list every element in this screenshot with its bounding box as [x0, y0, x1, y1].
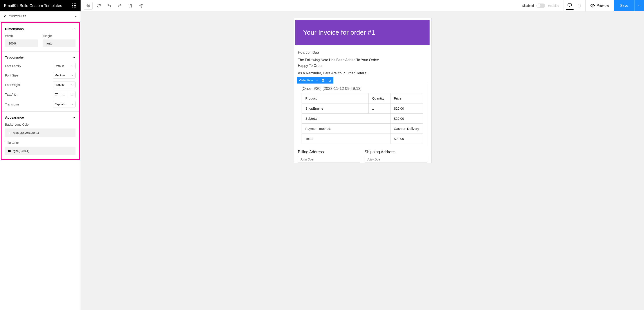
- transform-select[interactable]: Capitaliz: [53, 101, 76, 107]
- chevron-down-icon: [71, 74, 74, 77]
- preview-button[interactable]: Preview: [586, 0, 614, 11]
- width-label: Width: [5, 34, 38, 38]
- dimensions-header[interactable]: Dimensions: [5, 27, 76, 31]
- block-toolbar: Order Item: [297, 77, 334, 83]
- chevron-up-icon: [73, 56, 76, 59]
- appearance-section: Appearance Background Color rgba(255,255…: [2, 112, 79, 159]
- col-quantity: Quantity: [368, 93, 390, 103]
- col-price: Price: [390, 93, 423, 103]
- desktop-device-button[interactable]: [566, 2, 574, 10]
- typography-header[interactable]: Typography: [5, 55, 76, 59]
- invoice-hero[interactable]: Your Invoice for order #1: [295, 20, 430, 45]
- title-color-input[interactable]: rgba(0,0,0,1): [5, 147, 76, 155]
- chevron-down-icon: [71, 83, 74, 86]
- font-family-label: Font Family: [5, 64, 21, 68]
- chevron-down-icon: [71, 103, 74, 106]
- svg-rect-0: [568, 4, 571, 6]
- topbar: [/] Disabled Enabled: [81, 0, 644, 11]
- shipping-address-block[interactable]: Shipping Address John Doe: [364, 150, 427, 163]
- main: [/] Disabled Enabled: [81, 0, 644, 310]
- appearance-header[interactable]: Appearance: [5, 116, 76, 119]
- align-left-button[interactable]: [53, 91, 60, 98]
- send-icon[interactable]: [136, 2, 145, 10]
- enabled-toggle-block: Disabled Enabled: [518, 0, 563, 11]
- note-line: The Following Note Has Been Added To You…: [298, 58, 427, 62]
- svg-point-5: [592, 5, 593, 6]
- table-header-row: Product Quantity Price: [302, 93, 423, 103]
- font-size-label: Font Size: [5, 74, 18, 77]
- transform-label: Transform: [5, 103, 19, 106]
- svg-rect-8: [329, 80, 330, 81]
- address-row: Billing Address John Doe Shipping Addres…: [294, 147, 431, 163]
- order-item-block[interactable]: [Order #20] [2023-11-12 09:49:13] Produc…: [298, 83, 427, 147]
- table-row: Payment method: Cash on Delivery: [302, 124, 423, 134]
- undo-icon[interactable]: [105, 2, 114, 10]
- col-product: Product: [302, 93, 368, 103]
- duplicate-block-button[interactable]: [327, 78, 331, 82]
- title-color-swatch: [8, 150, 11, 152]
- wordpress-icon[interactable]: [84, 2, 93, 10]
- app-title: EmailKit Build Custom Templates: [4, 3, 62, 8]
- font-weight-select[interactable]: Regular: [53, 81, 76, 88]
- save-dropdown-button[interactable]: [634, 0, 644, 11]
- width-input[interactable]: [5, 39, 38, 47]
- typography-section: Typography Font Family Default Font Size…: [2, 51, 79, 112]
- add-block-button[interactable]: [315, 78, 319, 82]
- table-row: ShopEngine 1 $20.00: [302, 103, 423, 114]
- chevron-down-icon: [71, 65, 74, 67]
- customize-row[interactable]: CUSTOMIZE: [0, 11, 80, 21]
- height-label: Height: [43, 34, 76, 38]
- text-align-group: [53, 91, 76, 98]
- customize-label: CUSTOMIZE: [9, 15, 26, 18]
- apps-grid-icon[interactable]: [72, 3, 76, 8]
- align-right-button[interactable]: [68, 91, 75, 98]
- chevron-up-icon: [74, 15, 77, 18]
- greeting-text: Hey, Jon Doe: [298, 51, 427, 55]
- pencil-icon: [4, 14, 6, 18]
- align-center-button[interactable]: [60, 91, 68, 98]
- table-row: Total: $20.00: [302, 134, 423, 144]
- sidebar-header: EmailKit Build Custom Templates: [0, 0, 80, 11]
- chevron-down-icon: [638, 4, 641, 7]
- table-row: Subtotal: $20.00: [302, 114, 423, 124]
- enabled-label: Enabled: [548, 4, 559, 7]
- email-template[interactable]: Your Invoice for order #1 Hey, Jon Doe T…: [293, 18, 432, 163]
- enabled-toggle[interactable]: [536, 3, 545, 8]
- text-align-label: Text Align: [5, 93, 18, 96]
- sidebar: EmailKit Build Custom Templates CUSTOMIZ…: [0, 0, 81, 310]
- order-meta: [Order #20] [2023-11-12 09:49:13]: [302, 86, 423, 91]
- refresh-icon[interactable]: [94, 2, 103, 10]
- chevron-up-icon: [73, 28, 76, 30]
- chevron-up-icon: [73, 116, 76, 119]
- dimensions-section: Dimensions Width Height: [2, 23, 79, 51]
- mobile-device-button[interactable]: [575, 2, 583, 10]
- save-button[interactable]: Save: [614, 0, 634, 11]
- font-size-select[interactable]: Medium: [53, 72, 76, 78]
- bg-color-input[interactable]: rgba(255,255,255,1): [5, 128, 76, 137]
- delete-block-button[interactable]: [321, 78, 325, 82]
- height-input[interactable]: [43, 39, 76, 47]
- bg-color-label: Background Color: [5, 123, 76, 126]
- block-toolbar-label: Order Item: [299, 79, 313, 82]
- reminder-text: As A Reminder, Here Are Your Order Detai…: [298, 71, 427, 75]
- device-switcher: [563, 0, 586, 11]
- disabled-label: Disabled: [522, 4, 534, 7]
- redo-icon[interactable]: [116, 2, 124, 10]
- canvas[interactable]: Your Invoice for order #1 Hey, Jon Doe T…: [81, 11, 644, 310]
- note-body: Happy To Order: [298, 64, 427, 68]
- order-table: Product Quantity Price ShopEngine 1 $20.…: [302, 93, 423, 144]
- svg-rect-3: [578, 4, 580, 7]
- bg-color-swatch: [8, 132, 11, 134]
- shortcode-icon[interactable]: [/]: [126, 2, 135, 10]
- font-family-select[interactable]: Default: [53, 63, 76, 69]
- highlighted-panels: Dimensions Width Height Typ: [1, 22, 80, 160]
- eye-icon: [590, 3, 595, 8]
- font-weight-label: Font Wight: [5, 83, 20, 87]
- billing-address-block[interactable]: Billing Address John Doe: [298, 150, 360, 163]
- title-color-label: Title Color: [5, 141, 76, 144]
- invoice-title: Your Invoice for order #1: [303, 29, 422, 36]
